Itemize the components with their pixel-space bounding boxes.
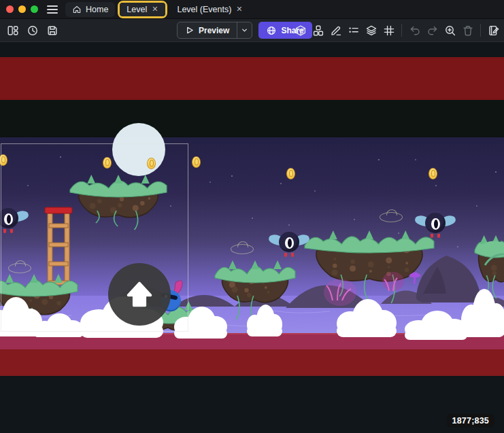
play-icon <box>185 26 194 35</box>
preview-options-button[interactable] <box>237 22 252 38</box>
tab-level[interactable]: Level ✕ <box>120 3 165 16</box>
object-groups-icon[interactable] <box>309 22 326 39</box>
toolbar-left-group <box>4 22 61 39</box>
version-history-icon[interactable] <box>24 22 41 39</box>
properties-icon[interactable] <box>327 22 344 39</box>
water-ripples <box>7 311 493 334</box>
gdevelop-window: Home Level ✕ Level (Events) ✕ <box>0 0 504 433</box>
tab-label: Level <box>127 5 147 14</box>
window-close-button[interactable] <box>6 5 14 13</box>
scene-artwork <box>0 42 504 433</box>
delete-icon[interactable] <box>459 22 476 39</box>
grid-icon[interactable] <box>380 22 397 39</box>
preview-split-button: Preview <box>177 22 252 39</box>
globe-icon <box>267 26 276 35</box>
titlebar: Home Level ✕ Level (Events) ✕ <box>0 0 504 19</box>
zoom-in-icon[interactable] <box>441 22 458 39</box>
tab-bar: Home Level ✕ Level (Events) ✕ <box>65 0 250 18</box>
island-platform[interactable] <box>70 175 167 230</box>
tab-label: Home <box>86 5 108 14</box>
tab-level-events[interactable]: Level (Events) ✕ <box>170 2 250 17</box>
toolbar-right-group <box>292 22 502 39</box>
redo-icon[interactable] <box>424 22 441 39</box>
main-menu-button[interactable] <box>45 3 60 16</box>
islands-layer <box>0 175 504 336</box>
island-platform[interactable] <box>0 274 78 336</box>
preview-label: Preview <box>199 26 229 35</box>
window-minimize-button[interactable] <box>18 5 26 13</box>
cursor-coordinates: 1877;835 <box>452 416 489 426</box>
instances-list-icon[interactable] <box>345 22 362 39</box>
cursor-coordinates-badge: 1877;835 <box>447 414 494 428</box>
preview-button[interactable]: Preview <box>178 22 237 38</box>
tab-highlight-box: Level ✕ <box>118 1 167 18</box>
window-zoom-button[interactable] <box>31 5 38 13</box>
toolbar-separator <box>401 24 402 37</box>
toolbar-separator <box>480 24 481 37</box>
tab-label: Level (Events) <box>177 5 231 14</box>
island-platform[interactable] <box>215 260 295 323</box>
tab-home[interactable]: Home <box>65 2 115 17</box>
window-controls <box>6 5 38 13</box>
touch-control-up-button[interactable] <box>108 263 171 326</box>
up-arrow-icon <box>120 275 159 314</box>
close-tab-icon[interactable]: ✕ <box>235 5 243 14</box>
scene-editor-canvas[interactable]: 1877;835 <box>0 42 504 433</box>
close-tab-icon[interactable]: ✕ <box>151 5 158 14</box>
save-icon[interactable] <box>44 22 61 39</box>
home-icon <box>72 5 82 14</box>
chevron-down-icon <box>241 27 248 34</box>
layers-icon[interactable] <box>363 22 380 39</box>
objects-panel-icon[interactable] <box>292 22 309 39</box>
toolbar: Preview Share <box>0 19 504 42</box>
undo-icon[interactable] <box>406 22 423 39</box>
scene-properties-icon[interactable] <box>485 22 502 39</box>
project-manager-icon[interactable] <box>4 22 21 39</box>
